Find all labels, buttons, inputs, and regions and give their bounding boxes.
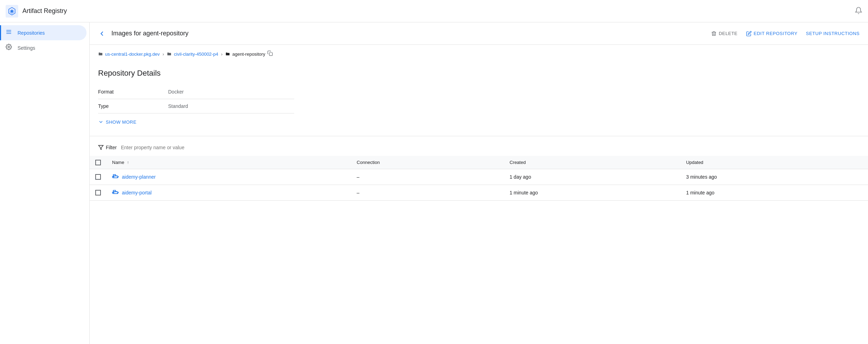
repository-details-section: Repository Details Format Docker Type St…	[90, 63, 868, 133]
filter-icon	[98, 145, 104, 150]
type-value: Standard	[168, 99, 294, 113]
artifact-registry-logo	[6, 5, 18, 18]
setup-instructions-label: Setup Instructions	[806, 31, 860, 36]
folder-icon-1	[98, 51, 103, 56]
top-bar: Artifact Registry	[0, 0, 868, 22]
images-table: Name ↑ Connection Created Updated	[90, 156, 868, 201]
filter-icon-area: Filter	[98, 145, 117, 150]
svg-marker-7	[98, 145, 103, 150]
table-row: aidemy-portal – 1 minute ago 1 minute ag…	[90, 185, 868, 200]
logo-area: Artifact Registry	[6, 5, 118, 18]
sidebar: Repositories Settings	[0, 22, 90, 344]
sidebar-item-settings[interactable]: Settings	[0, 40, 87, 55]
breadcrumb-item-2: civil-clarity-450002-p4	[167, 51, 218, 57]
column-header-updated: Updated	[681, 156, 868, 169]
row1-connection: –	[351, 169, 504, 185]
show-more-label: Show More	[106, 119, 137, 125]
section-title: Repository Details	[98, 69, 860, 78]
table-row: aidemy-planner – 1 day ago 3 minutes ago	[90, 169, 868, 185]
settings-icon	[6, 44, 12, 52]
repositories-icon	[6, 29, 12, 37]
type-label: Type	[98, 99, 168, 113]
column-header-created: Created	[504, 156, 681, 169]
content-area: Images for agent-repository Delete	[90, 22, 868, 344]
row1-checkbox-cell	[90, 169, 106, 185]
edit-repository-button[interactable]: Edit Repository	[746, 31, 798, 36]
format-value: Docker	[168, 85, 294, 99]
section-divider	[90, 136, 868, 136]
edit-repository-label: Edit Repository	[754, 31, 798, 36]
row2-checkbox-cell	[90, 185, 106, 200]
repositories-label: Repositories	[18, 30, 45, 36]
row1-name-cell: aidemy-planner	[106, 169, 351, 185]
breadcrumb-sep-2: ›	[221, 51, 222, 57]
breadcrumb-link-2[interactable]: civil-clarity-450002-p4	[174, 51, 218, 57]
app-title: Artifact Registry	[22, 7, 67, 15]
page-title: Images for agent-repository	[111, 30, 705, 37]
folder-icon-3	[225, 51, 230, 56]
column-header-name: Name ↑	[106, 156, 351, 169]
row1-created: 1 day ago	[504, 169, 681, 185]
breadcrumb-current: agent-repository	[225, 50, 273, 57]
main-layout: Repositories Settings Images for agent-r…	[0, 22, 868, 344]
chevron-down-icon	[98, 119, 104, 125]
filter-input[interactable]	[121, 145, 860, 150]
sort-arrow-name: ↑	[127, 160, 129, 165]
row2-checkbox[interactable]	[95, 190, 101, 195]
setup-instructions-button[interactable]: Setup Instructions	[806, 31, 860, 36]
bell-icon[interactable]	[855, 7, 862, 15]
copy-icon[interactable]	[267, 50, 273, 57]
detail-table: Format Docker Type Standard	[98, 85, 294, 113]
detail-row-format: Format Docker	[98, 85, 294, 99]
back-button[interactable]	[98, 30, 106, 37]
svg-point-1	[11, 10, 13, 12]
breadcrumb-sep-1: ›	[163, 51, 164, 57]
row2-connection: –	[351, 185, 504, 200]
row1-updated: 3 minutes ago	[681, 169, 868, 185]
row2-created: 1 minute ago	[504, 185, 681, 200]
filter-label: Filter	[106, 145, 117, 150]
delete-label: Delete	[719, 31, 738, 36]
sidebar-item-repositories[interactable]: Repositories	[0, 25, 87, 40]
row2-image-link[interactable]: aidemy-portal	[122, 190, 152, 195]
breadcrumb: us-central1-docker.pkg.dev › civil-clari…	[90, 45, 868, 63]
row1-image-link[interactable]: aidemy-planner	[122, 174, 156, 180]
svg-point-5	[8, 46, 10, 48]
settings-label: Settings	[18, 45, 35, 51]
row2-updated: 1 minute ago	[681, 185, 868, 200]
docker-icon-2	[112, 189, 119, 196]
breadcrumb-item-1: us-central1-docker.pkg.dev	[98, 51, 160, 57]
folder-icon-2	[167, 51, 172, 56]
delete-button[interactable]: Delete	[711, 31, 738, 36]
breadcrumb-link-1[interactable]: us-central1-docker.pkg.dev	[105, 51, 160, 57]
show-more-button[interactable]: Show More	[98, 119, 860, 125]
content-header: Images for agent-repository Delete	[90, 22, 868, 45]
header-actions: Delete Edit Repository Setup Instruction…	[711, 31, 860, 36]
table-header-row: Name ↑ Connection Created Updated	[90, 156, 868, 169]
filter-bar: Filter	[90, 139, 868, 156]
row2-name-cell: aidemy-portal	[106, 185, 351, 200]
detail-row-type: Type Standard	[98, 99, 294, 113]
format-label: Format	[98, 85, 168, 99]
docker-icon-1	[112, 173, 119, 180]
svg-rect-6	[269, 53, 273, 56]
column-header-connection: Connection	[351, 156, 504, 169]
breadcrumb-current-label: agent-repository	[232, 51, 265, 57]
select-all-checkbox-cell	[90, 156, 106, 169]
row1-checkbox[interactable]	[95, 174, 101, 180]
select-all-checkbox[interactable]	[95, 160, 101, 165]
